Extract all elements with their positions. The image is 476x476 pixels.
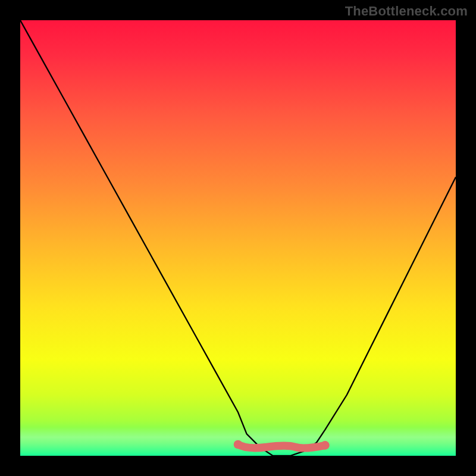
optimal-range-dot-start <box>234 440 243 449</box>
optimal-range-dot-end <box>321 441 330 450</box>
optimal-range-marker <box>238 444 325 448</box>
watermark-text: TheBottleneck.com <box>345 4 468 19</box>
bottleneck-curve <box>20 20 456 456</box>
chart-frame: TheBottleneck.com <box>0 0 476 476</box>
curve-layer <box>20 20 456 456</box>
plot-area <box>20 20 456 456</box>
